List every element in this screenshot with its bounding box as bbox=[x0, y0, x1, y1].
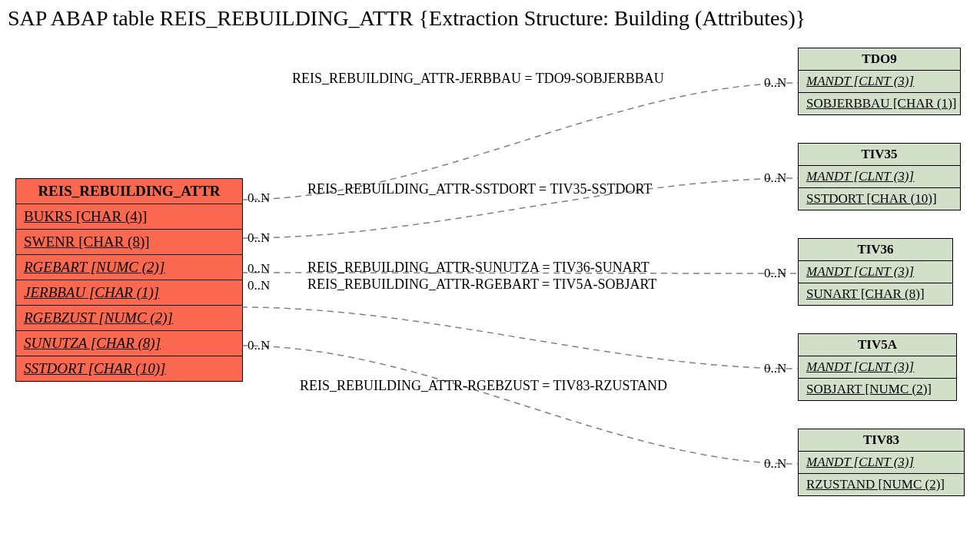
cardinality-label: 0..N bbox=[764, 266, 786, 281]
cardinality-label: 0..N bbox=[764, 361, 786, 376]
table-row: SSTDORT [CHAR (10)] bbox=[799, 188, 960, 210]
source-table-name: REIS_REBUILDING_ATTR bbox=[16, 179, 242, 204]
table-row: MANDT [CLNT (3)] bbox=[799, 261, 952, 283]
target-table-name: TIV36 bbox=[799, 239, 952, 261]
table-row: SWENR [CHAR (8)] bbox=[16, 230, 242, 255]
edge-label: REIS_REBUILDING_ATTR-SUNUTZA = TIV36-SUN… bbox=[307, 260, 649, 276]
table-row: MANDT [CLNT (3)] bbox=[799, 452, 964, 474]
target-table-name: TDO9 bbox=[799, 48, 960, 71]
table-row: MANDT [CLNT (3)] bbox=[799, 356, 956, 379]
target-table-name: TIV35 bbox=[799, 144, 960, 166]
page-title: SAP ABAP table REIS_REBUILDING_ATTR {Ext… bbox=[8, 6, 806, 31]
table-row: BUKRS [CHAR (4)] bbox=[16, 204, 242, 230]
cardinality-label: 0..N bbox=[247, 261, 270, 276]
target-table-tiv83: TIV83 MANDT [CLNT (3)] RZUSTAND [NUMC (2… bbox=[798, 429, 965, 496]
table-row: SOBJERBBAU [CHAR (1)] bbox=[799, 93, 960, 114]
table-row: SUNART [CHAR (8)] bbox=[799, 283, 952, 305]
edge-label: REIS_REBUILDING_ATTR-JERBBAU = TDO9-SOBJ… bbox=[292, 71, 664, 87]
cardinality-label: 0..N bbox=[764, 75, 786, 91]
cardinality-label: 0..N bbox=[764, 171, 786, 186]
cardinality-label: 0..N bbox=[247, 230, 270, 246]
table-row: MANDT [CLNT (3)] bbox=[799, 166, 960, 188]
target-table-tiv36: TIV36 MANDT [CLNT (3)] SUNART [CHAR (8)] bbox=[798, 238, 953, 306]
cardinality-label: 0..N bbox=[247, 338, 270, 353]
er-diagram-canvas: SAP ABAP table REIS_REBUILDING_ATTR {Ext… bbox=[0, 0, 980, 553]
table-row: RZUSTAND [NUMC (2)] bbox=[799, 474, 964, 495]
edge-label: REIS_REBUILDING_ATTR-RGEBZUST = TIV83-RZ… bbox=[300, 378, 667, 394]
target-table-tiv35: TIV35 MANDT [CLNT (3)] SSTDORT [CHAR (10… bbox=[798, 143, 961, 210]
table-row: MANDT [CLNT (3)] bbox=[799, 71, 960, 93]
table-row: JERBBAU [CHAR (1)] bbox=[16, 280, 242, 306]
table-row: SSTDORT [CHAR (10)] bbox=[16, 356, 242, 381]
table-row: SOBJART [NUMC (2)] bbox=[799, 379, 956, 400]
target-table-tdo9: TDO9 MANDT [CLNT (3)] SOBJERBBAU [CHAR (… bbox=[798, 48, 961, 115]
table-row: SUNUTZA [CHAR (8)] bbox=[16, 331, 242, 356]
edge-label: REIS_REBUILDING_ATTR-RGEBART = TIV5A-SOB… bbox=[307, 276, 656, 293]
edge-label: REIS_REBUILDING_ATTR-SSTDORT = TIV35-SST… bbox=[307, 181, 652, 197]
cardinality-label: 0..N bbox=[247, 278, 270, 293]
table-row: RGEBZUST [NUMC (2)] bbox=[16, 306, 242, 331]
cardinality-label: 0..N bbox=[247, 190, 270, 206]
target-table-tiv5a: TIV5A MANDT [CLNT (3)] SOBJART [NUMC (2)… bbox=[798, 333, 957, 401]
table-row: RGEBART [NUMC (2)] bbox=[16, 255, 242, 280]
source-table: REIS_REBUILDING_ATTR BUKRS [CHAR (4)] SW… bbox=[15, 178, 243, 382]
target-table-name: TIV5A bbox=[799, 334, 956, 356]
target-table-name: TIV83 bbox=[799, 429, 964, 452]
cardinality-label: 0..N bbox=[764, 456, 786, 472]
